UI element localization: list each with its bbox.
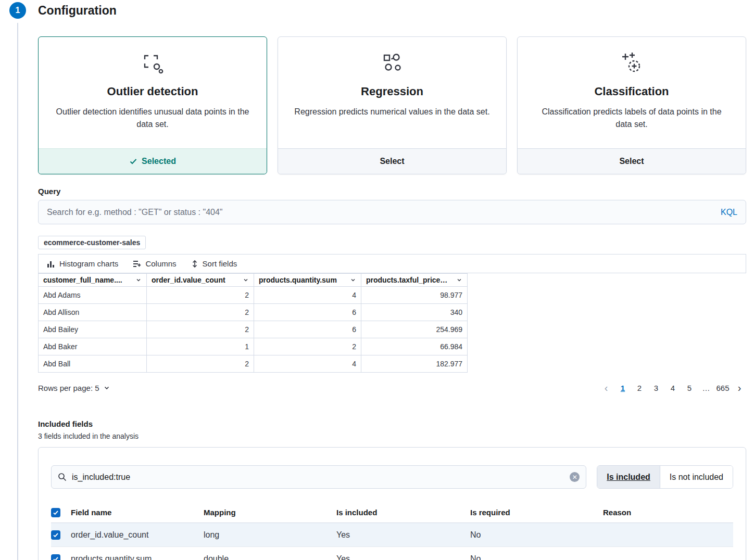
cell-order-count: 1 — [147, 338, 254, 355]
step-connector-line — [17, 23, 18, 560]
table-row: order_id.value_count long Yes No — [51, 523, 733, 547]
card-title: Regression — [278, 85, 506, 98]
card-action-label: Select — [619, 157, 644, 166]
page-button-4[interactable]: 4 — [666, 381, 680, 394]
cell-quantity-sum: 4 — [254, 287, 361, 304]
card-description: Outlier detection identifies unusual dat… — [54, 106, 251, 131]
page-button-5[interactable]: 5 — [683, 381, 696, 394]
cell-mapping: long — [204, 530, 336, 540]
column-label: customer_full_name.... — [43, 276, 122, 284]
row-checkbox[interactable] — [51, 530, 60, 540]
clear-search-icon[interactable]: ✕ — [570, 472, 580, 482]
table-row: Abd Baker 1 2 66.984 — [39, 338, 468, 355]
cell-customer: Abd Allison — [39, 304, 147, 321]
table-row: products.quantity.sum double Yes No — [51, 547, 733, 560]
cell-customer: Abd Adams — [39, 287, 147, 304]
classification-icon — [620, 50, 644, 77]
cell-taxful-price: 182.977 — [361, 355, 468, 373]
page: 1 Configuration Outlier detection Outlie… — [0, 0, 754, 560]
card-title: Classification — [518, 85, 746, 98]
cell-order-count: 2 — [147, 304, 254, 321]
chevron-down-icon — [135, 277, 142, 283]
pagination-row: Rows per page: 5 ‹ 1 2 3 4 5 … 665 › — [38, 380, 746, 396]
cell-taxful-price: 254.969 — [361, 321, 468, 338]
check-icon — [129, 157, 137, 166]
toolbar-label: Sort fields — [203, 259, 237, 268]
kql-button[interactable]: KQL — [721, 208, 737, 217]
table-row: Abd Bailey 2 6 254.969 — [39, 321, 468, 338]
col-is-included: Is included — [336, 508, 470, 517]
rows-per-page-label: Rows per page: 5 — [38, 384, 99, 392]
column-header-products-taxful-price[interactable]: products.taxful_price… — [361, 274, 468, 287]
next-page-button[interactable]: › — [733, 381, 746, 394]
sort-fields-button[interactable]: Sort fields — [185, 254, 244, 273]
job-type-cards: Outlier detection Outlier detection iden… — [38, 36, 746, 174]
row-checkbox[interactable] — [51, 554, 60, 560]
page-button-2[interactable]: 2 — [633, 381, 646, 394]
columns-icon — [133, 260, 141, 268]
cell-taxful-price: 98.977 — [361, 287, 468, 304]
chevron-down-icon — [350, 277, 356, 283]
pagination: ‹ 1 2 3 4 5 … 665 › — [599, 381, 746, 394]
cell-quantity-sum: 2 — [254, 338, 361, 355]
column-label: products.quantity.sum — [259, 276, 337, 284]
regression-icon — [380, 50, 404, 77]
cell-mapping: double — [204, 554, 336, 560]
chevron-down-icon — [456, 277, 462, 283]
cell-order-count: 2 — [147, 355, 254, 373]
cell-customer: Abd Bailey — [39, 321, 147, 338]
column-label: order_id.value_count — [152, 276, 225, 284]
cell-taxful-price: 66.984 — [361, 338, 468, 355]
page-button-3[interactable]: 3 — [649, 381, 663, 394]
toolbar-label: Histogram charts — [59, 259, 118, 268]
column-label: products.taxful_price… — [366, 276, 447, 284]
pagination-ellipsis: … — [699, 381, 713, 394]
results-grid: customer_full_name.... order_id.value_co… — [38, 273, 468, 373]
classification-select-button[interactable]: Select — [518, 148, 746, 174]
chevron-down-icon — [243, 277, 249, 283]
card-title: Outlier detection — [39, 85, 267, 98]
previous-page-button[interactable]: ‹ — [599, 381, 613, 394]
histogram-charts-button[interactable]: Histogram charts — [41, 254, 124, 273]
fields-table-header: Field name Mapping Is included Is requir… — [51, 502, 733, 523]
chevron-down-icon — [103, 384, 110, 391]
rows-per-page-button[interactable]: Rows per page: 5 — [38, 384, 110, 392]
column-header-products-quantity-sum[interactable]: products.quantity.sum — [254, 274, 361, 287]
fields-table: Field name Mapping Is included Is requir… — [51, 502, 733, 560]
cell-order-count: 2 — [147, 287, 254, 304]
card-description: Classification predicts labels of data p… — [533, 106, 730, 131]
columns-button[interactable]: Columns — [127, 254, 182, 273]
page-button-665[interactable]: 665 — [716, 381, 730, 394]
cell-taxful-price: 340 — [361, 304, 468, 321]
query-search-bar: KQL — [38, 200, 746, 224]
outlier-detection-selected-button[interactable]: Selected — [39, 148, 267, 174]
select-all-checkbox[interactable] — [51, 508, 60, 517]
included-fields-subtitle: 3 fields included in the analysis — [38, 432, 746, 440]
cell-field-name: order_id.value_count — [71, 530, 204, 540]
column-header-customer-full-name[interactable]: customer_full_name.... — [39, 274, 147, 287]
card-classification[interactable]: Classification Classification predicts l… — [517, 36, 746, 174]
col-field-name: Field name — [71, 508, 204, 517]
histogram-icon — [47, 260, 55, 268]
card-outlier-detection[interactable]: Outlier detection Outlier detection iden… — [38, 36, 267, 174]
card-action-label: Select — [380, 157, 404, 166]
page-button-1[interactable]: 1 — [616, 381, 630, 394]
cell-is-included: Yes — [336, 530, 470, 540]
field-search-input[interactable] — [72, 473, 564, 482]
cell-customer: Abd Baker — [39, 338, 147, 355]
step-number-badge: 1 — [9, 2, 26, 19]
cell-quantity-sum: 6 — [254, 321, 361, 338]
card-regression[interactable]: Regression Regression predicts numerical… — [278, 36, 507, 174]
column-header-order-id-value-count[interactable]: order_id.value_count — [147, 274, 254, 287]
sort-icon — [191, 260, 198, 268]
table-row: Abd Adams 2 4 98.977 — [39, 287, 468, 304]
regression-select-button[interactable]: Select — [278, 148, 506, 174]
filter-is-not-included-button[interactable]: Is not included — [660, 466, 733, 488]
toolbar-label: Columns — [145, 259, 176, 268]
query-search-input[interactable] — [47, 208, 721, 217]
card-action-label: Selected — [142, 157, 176, 166]
query-label: Query — [38, 187, 746, 196]
cell-quantity-sum: 6 — [254, 304, 361, 321]
filter-is-included-button[interactable]: Is included — [597, 466, 660, 488]
table-row: Abd Allison 2 6 340 — [39, 304, 468, 321]
